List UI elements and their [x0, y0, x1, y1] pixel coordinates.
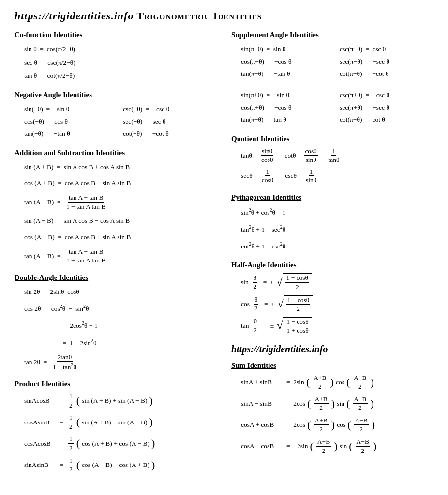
supplement-title: Supplement Angle Identities — [231, 31, 433, 39]
cofunction-section: Co-function Identities sin θ = cos(π/2−θ… — [15, 31, 217, 82]
double-angle-section: Double-Angle Identities sin 2θ = 2sinθ c… — [15, 274, 217, 372]
page-title: https://trigidentities.info Trigonometri… — [15, 10, 433, 22]
pythagorean-section: Pythagorean Identities sin2θ + cos2θ = 1… — [231, 193, 433, 252]
supplement-section: Supplement Angle Identities sin(π−θ) = s… — [231, 31, 433, 80]
supplement-formulas: sin(π−θ) = sin θ cos(π−θ) = −cos θ tan(π… — [241, 43, 433, 80]
addition-title: Addition and Subtraction Identities — [15, 149, 217, 157]
half-angle-formulas: sin θ 2 = ± √ 1 − cosθ 2 — [241, 273, 433, 335]
negative-formulas: sin(−θ) = −sin θ cos(−θ) = cos θ tan(−θ)… — [24, 103, 217, 140]
cofunction-title: Co-function Identities — [15, 31, 217, 39]
formula-row: sec θ = csc(π/2−θ) — [24, 57, 217, 69]
quotient-formulas: tanθ = sinθ cosθ cotθ = cosθ sinθ = — [241, 147, 433, 185]
product-section: Product Identities sinAcosB = 1 2 ( sin … — [15, 380, 217, 473]
addition-formulas: sin (A + B) = sin A cos B + cos A sin B … — [24, 161, 217, 265]
product-title: Product Identities — [15, 380, 217, 388]
addition-section: Addition and Subtraction Identities sin … — [15, 149, 217, 265]
pythagorean-title: Pythagorean Identities — [231, 193, 433, 202]
formula-row: sin θ = cos(π/2−θ) — [24, 43, 217, 56]
sum-title: Sum Identities — [231, 362, 433, 370]
double-angle-title: Double-Angle Identities — [15, 274, 217, 282]
supplement-plus-formulas: sin(π+θ) = −sin θ cos(π+θ) = −cos θ tan(… — [241, 89, 433, 126]
negative-section: Negative Angle Identities sin(−θ) = −sin… — [15, 91, 217, 140]
product-formulas: sinAcosB = 1 2 ( sin (A + B) + sin (A − … — [24, 392, 217, 473]
quotient-title: Quotient Identities — [231, 135, 433, 143]
supplement-plus-section: sin(π+θ) = −sin θ cos(π+θ) = −cos θ tan(… — [231, 89, 433, 126]
footer-url: https://trigidentities.info — [231, 344, 433, 355]
sum-formulas: sinA + sinB = 2sin ( A+B 2 ) cos ( A−B 2… — [241, 374, 433, 455]
half-angle-title: Half-Angle Identities — [231, 261, 433, 269]
pythagorean-formulas: sin2θ + cos2θ = 1 tan2θ + 1 = sec2θ cot2… — [241, 205, 433, 252]
quotient-section: Quotient Identities tanθ = sinθ cosθ cot… — [231, 135, 433, 185]
negative-title: Negative Angle Identities — [15, 91, 217, 99]
half-angle-section: Half-Angle Identities sin θ 2 = ± √ 1 − … — [231, 261, 433, 335]
cofunction-formulas: sin θ = cos(π/2−θ) sec θ = csc(π/2−θ) ta… — [24, 43, 217, 82]
formula-row: tan θ = cot(π/2−θ) — [24, 70, 217, 82]
double-angle-formulas: sin 2θ = 2sinθ cosθ cos 2θ = cos2θ − sin… — [24, 286, 217, 372]
sum-section: Sum Identities sinA + sinB = 2sin ( A+B … — [231, 362, 433, 455]
